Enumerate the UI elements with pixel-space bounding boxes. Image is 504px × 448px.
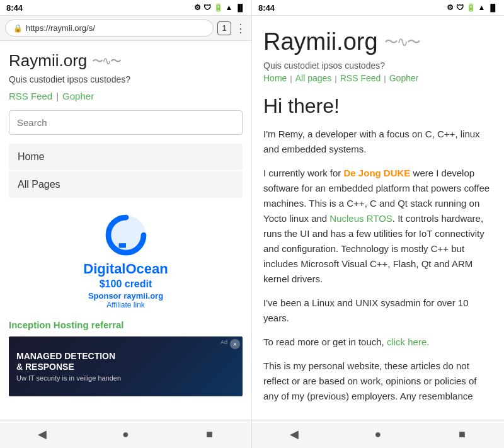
right-recents-button[interactable]: ■ xyxy=(452,428,471,441)
right-panel: Raymii.org 〜∿〜 Quis custodiet ipsos cust… xyxy=(252,16,504,420)
right-gopher-link[interactable]: Gopher xyxy=(389,73,419,83)
right-shield-icon: 🛡 xyxy=(456,3,464,12)
do-credit-amount: $100 credit xyxy=(15,279,236,290)
digitalocean-ad[interactable]: DigitalOcean $100 credit Sponsor raymii.… xyxy=(9,207,243,319)
right-site-title: Raymii.org 〜∿〜 xyxy=(263,28,493,55)
left-subtitle: Quis custodiet ipsos custodes? xyxy=(9,74,243,84)
left-recents-button[interactable]: ■ xyxy=(200,428,219,441)
intro-paragraph: I'm Remy, a developer with a focus on C,… xyxy=(263,127,493,157)
url-text: https://raymii.org/s/ xyxy=(26,23,95,33)
gopher-link[interactable]: Gopher xyxy=(62,91,94,101)
svg-rect-3 xyxy=(118,250,123,253)
url-bar[interactable]: 🔒 https://raymii.org/s/ xyxy=(5,20,214,37)
settings-icon: ⚙ xyxy=(194,3,201,12)
contact-paragraph: To read more or get in touch, click here… xyxy=(263,335,493,350)
right-wave-decoration: 〜∿〜 xyxy=(384,33,420,52)
tab-count[interactable]: 1 xyxy=(217,21,231,35)
all-pages-nav-item[interactable]: All Pages xyxy=(9,171,243,198)
bottom-nav-container: ◀ ● ■ ◀ ● ■ xyxy=(0,420,504,448)
pipe-separator: | xyxy=(56,91,59,101)
lock-icon: 🔒 xyxy=(13,24,23,33)
banner-ad-subtitle: Uw IT security is in veilige handen xyxy=(16,374,235,382)
right-subtitle: Quis custodiet ipsos custodes? xyxy=(263,60,493,71)
left-home-button[interactable]: ● xyxy=(117,428,135,441)
right-status-time: 8:44 xyxy=(258,3,275,13)
right-battery-icon: 🔋 xyxy=(466,3,476,12)
banner-ad[interactable]: Ad × MANAGED DETECTION& RESPONSE Uw IT s… xyxy=(9,336,243,396)
left-back-button[interactable]: ◀ xyxy=(33,427,52,441)
work-text-before: I currently work for xyxy=(263,168,344,178)
left-status-time: 8:44 xyxy=(6,3,23,13)
battery-icon: 🔋 xyxy=(214,3,223,12)
contact-text-before: To read more or get in touch, xyxy=(263,336,387,347)
right-home-link[interactable]: Home xyxy=(263,73,287,83)
home-nav-item[interactable]: Home xyxy=(9,144,243,170)
contact-text-end: . xyxy=(427,336,429,347)
right-home-button[interactable]: ● xyxy=(369,428,387,441)
dejong-duke-link[interactable]: De Jong DUKE xyxy=(344,168,411,178)
right-pipe2: | xyxy=(335,74,336,83)
wave-decoration: 〜∿〜 xyxy=(92,54,120,69)
digitalocean-logo xyxy=(104,213,148,257)
right-back-button[interactable]: ◀ xyxy=(285,427,304,441)
do-affiliate-text: Affiliate link xyxy=(15,301,236,309)
menu-dots[interactable]: ⋮ xyxy=(235,21,246,35)
nucleus-rtos-link[interactable]: Nucleus RTOS xyxy=(329,213,392,224)
inception-hosting-link[interactable]: Inception Hosting referral xyxy=(9,319,243,330)
right-all-pages-link[interactable]: All pages xyxy=(295,73,332,83)
ad-label: Ad xyxy=(220,339,227,345)
right-pipe1: | xyxy=(290,74,292,83)
do-brand-name: DigitalOcean xyxy=(15,261,236,277)
right-pipe3: | xyxy=(384,74,386,83)
do-sponsor-text: Sponsor raymii.org xyxy=(15,291,236,301)
banner-ad-title: MANAGED DETECTION& RESPONSE xyxy=(16,351,235,372)
shield-icon: 🛡 xyxy=(203,3,211,12)
banner-close-button[interactable]: × xyxy=(230,339,240,349)
click-here-link[interactable]: click here xyxy=(387,336,427,347)
disclaimer-paragraph: This is my personal website, these artic… xyxy=(263,359,493,404)
rss-feed-link[interactable]: RSS Feed xyxy=(9,91,52,101)
browser-chrome: 🔒 https://raymii.org/s/ 1 ⋮ xyxy=(0,16,251,41)
left-bottom-nav: ◀ ● ■ xyxy=(0,420,252,448)
svg-rect-1 xyxy=(118,243,125,248)
search-input[interactable] xyxy=(9,110,243,135)
right-settings-icon: ⚙ xyxy=(447,3,454,12)
right-signal-icon: ▐▌ xyxy=(488,4,498,11)
right-wifi-icon: ▲ xyxy=(478,3,486,12)
sysadmin-paragraph: I've been a Linux and UNIX sysadmin for … xyxy=(263,296,493,326)
right-bottom-nav: ◀ ● ■ xyxy=(252,420,504,448)
hi-heading: Hi there! xyxy=(263,95,493,118)
signal-icon: ▐▌ xyxy=(235,4,245,11)
left-site-title: Raymii.org 〜∿〜 xyxy=(9,51,243,71)
work-paragraph: I currently work for De Jong DUKE were I… xyxy=(263,166,493,287)
wifi-icon: ▲ xyxy=(226,3,233,12)
right-rss-link[interactable]: RSS Feed xyxy=(340,73,381,83)
